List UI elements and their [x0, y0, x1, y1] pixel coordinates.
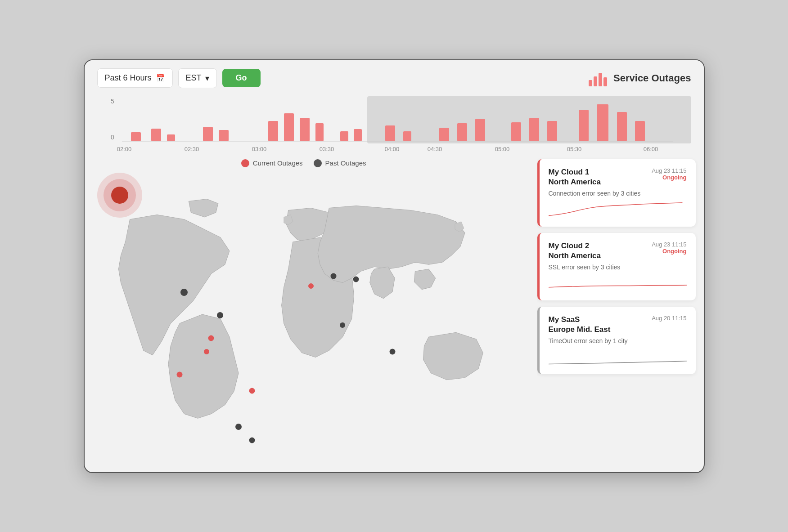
go-button[interactable]: Go: [222, 69, 261, 87]
card-2-status: Ongoing: [662, 248, 686, 255]
svg-text:0: 0: [111, 134, 114, 141]
chart-area: 5 0 02:00 02:30 03:00 03:30 04:00 04:30 …: [97, 96, 691, 155]
card-1-date: Aug 23 11:15: [652, 167, 686, 174]
map-dot-sa-dark-1: [235, 424, 242, 430]
svg-text:04:30: 04:30: [427, 146, 442, 152]
svg-rect-33: [597, 104, 608, 141]
legend-past: Past Outages: [314, 159, 366, 167]
world-map-svg: [85, 155, 537, 473]
map-dot-sa-red: [249, 388, 255, 394]
svg-rect-25: [403, 131, 411, 141]
svg-text:03:30: 03:30: [319, 146, 334, 152]
card-1-title: My Cloud 1North America: [549, 167, 601, 187]
svg-rect-21: [315, 123, 324, 141]
top-bar: Past 6 Hours 📅 EST ▾ Go Service Outages: [85, 60, 704, 96]
svg-rect-35: [635, 121, 645, 141]
svg-rect-29: [511, 122, 521, 141]
map-container[interactable]: Current Outages Past Outages: [85, 155, 537, 473]
card-3-meta: Aug 20 11:15: [652, 315, 686, 322]
card-2-description: SSL error seen by 3 cities: [549, 264, 687, 271]
outage-card-3[interactable]: My SaaSEurope Mid. East Aug 20 11:15 Tim…: [537, 307, 696, 374]
legend-past-dot: [314, 159, 322, 167]
time-label: Past 6 Hours: [105, 73, 152, 83]
outage-card-1[interactable]: My Cloud 1North America Aug 23 11:15 Ong…: [537, 159, 696, 227]
main-content: Current Outages Past Outages My Cloud 1N…: [85, 155, 704, 473]
map-dot-eu-red: [308, 283, 314, 289]
calendar-icon: 📅: [156, 74, 165, 82]
card-3-date: Aug 20 11:15: [652, 315, 686, 322]
svg-rect-22: [340, 131, 348, 141]
pulse-indicator: [97, 173, 142, 218]
svg-text:02:00: 02:00: [117, 146, 131, 152]
svg-rect-13: [131, 132, 141, 141]
card-1-sparkline: [549, 202, 687, 220]
svg-rect-24: [385, 125, 395, 141]
card-3-description: TimeOut error seen by 1 city: [549, 337, 687, 344]
outage-card-2[interactable]: My Cloud 2North America Aug 23 11:15 Ong…: [537, 233, 696, 300]
card-2-sparkline: [549, 276, 687, 294]
svg-rect-23: [354, 129, 362, 141]
time-selector[interactable]: Past 6 Hours 📅: [97, 68, 173, 88]
svg-text:5: 5: [111, 98, 114, 105]
dashboard: Past 6 Hours 📅 EST ▾ Go Service Outages …: [84, 59, 705, 473]
svg-rect-30: [529, 118, 539, 141]
svg-rect-17: [219, 130, 229, 141]
svg-rect-26: [439, 128, 449, 141]
svg-rect-18: [268, 121, 278, 141]
svg-text:05:30: 05:30: [567, 146, 581, 152]
card-2-date: Aug 23 11:15: [652, 241, 686, 248]
card-3-sparkline: [549, 350, 687, 368]
service-outages-section: Service Outages: [589, 70, 691, 86]
map-dot-eu-dark-2: [353, 276, 359, 282]
svg-rect-16: [203, 127, 213, 141]
pulse-dot: [111, 187, 128, 204]
card-3-header: My SaaSEurope Mid. East Aug 20 11:15: [549, 315, 687, 335]
svg-rect-19: [284, 113, 294, 141]
chevron-down-icon: ▾: [205, 73, 209, 83]
legend-current-label: Current Outages: [253, 159, 303, 167]
timezone-selector[interactable]: EST ▾: [178, 68, 217, 88]
map-dot-eu-dark-1: [330, 273, 336, 279]
svg-text:06:00: 06:00: [643, 146, 658, 152]
bar-chart-icon: [589, 70, 607, 86]
service-outages-label: Service Outages: [613, 72, 691, 84]
svg-rect-34: [617, 112, 627, 141]
timeline-chart: 5 0 02:00 02:30 03:00 03:30 04:00 04:30 …: [97, 96, 691, 155]
svg-text:02:30: 02:30: [184, 146, 199, 152]
svg-text:03:00: 03:00: [252, 146, 266, 152]
map-dot-na-1: [180, 289, 188, 296]
svg-rect-31: [547, 121, 557, 141]
map-dot-me-dark: [340, 322, 345, 328]
legend-current: Current Outages: [241, 159, 303, 167]
timezone-label: EST: [186, 73, 202, 83]
svg-rect-27: [457, 123, 467, 141]
card-2-title: My Cloud 2North America: [549, 241, 601, 261]
svg-rect-14: [151, 129, 161, 141]
map-legend: Current Outages Past Outages: [241, 159, 366, 167]
card-1-status: Ongoing: [662, 174, 686, 181]
svg-rect-20: [300, 118, 310, 141]
card-2-meta: Aug 23 11:15 Ongoing: [652, 241, 686, 255]
map-dot-ca-red: [176, 371, 182, 377]
svg-rect-28: [475, 119, 485, 141]
map-dot-sa-dark-2: [249, 437, 255, 443]
card-2-header: My Cloud 2North America Aug 23 11:15 Ong…: [549, 241, 687, 261]
svg-rect-32: [579, 110, 589, 141]
card-1-header: My Cloud 1North America Aug 23 11:15 Ong…: [549, 167, 687, 187]
legend-current-dot: [241, 159, 249, 167]
map-dot-na-2: [217, 312, 223, 318]
svg-text:04:00: 04:00: [384, 146, 399, 152]
card-3-title: My SaaSEurope Mid. East: [549, 315, 611, 335]
svg-rect-15: [167, 134, 175, 141]
map-dot-in-dark: [389, 349, 395, 354]
map-dot-na-red-2: [204, 349, 209, 354]
outage-cards-panel: My Cloud 1North America Aug 23 11:15 Ong…: [537, 155, 704, 473]
card-1-meta: Aug 23 11:15 Ongoing: [652, 167, 686, 181]
map-dot-na-red-1: [208, 335, 214, 341]
card-1-description: Connection error seen by 3 cities: [549, 190, 687, 197]
svg-text:05:00: 05:00: [495, 146, 509, 152]
legend-past-label: Past Outages: [325, 159, 366, 167]
